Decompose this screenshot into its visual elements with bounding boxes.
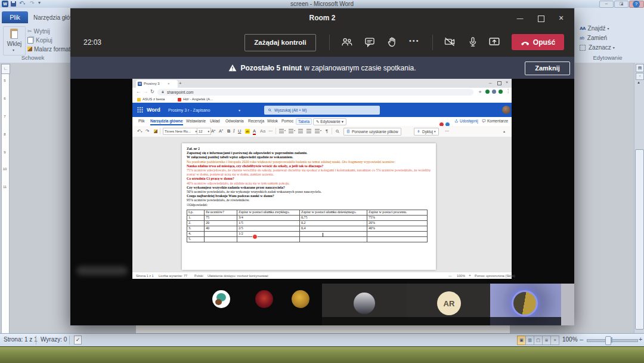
warning-icon [228, 64, 237, 72]
col-ulamek-dziesietny: Zapisz w postaci ułamka dziesiętnego. [300, 210, 367, 215]
view-print-layout-button[interactable]: ▣ [517, 336, 526, 345]
select-label: Zaznacz [589, 44, 611, 51]
col-lp: Lp. [187, 210, 205, 215]
undo-icon[interactable]: ↶▾ [19, 0, 25, 6]
doc-title-dropdown-icon: ▾ [239, 108, 240, 112]
vertical-scrollbar[interactable]: ▤ ▫ ▲ [634, 63, 644, 333]
save-icon[interactable] [11, 1, 16, 7]
request-control-button[interactable]: Zażądaj kontroli [244, 34, 316, 51]
dictate-button: Dyktuj ▾ [414, 128, 439, 136]
view-draft-button[interactable]: ≡ [550, 336, 559, 345]
document-text: Zał. nr 2 Zapoznaj się z informacjami i … [187, 147, 431, 242]
menu-narzedzia-glowne: Narzędzia główne [150, 119, 183, 125]
col-ile-uczniow: Ile uczniów? [205, 210, 237, 215]
spellcheck-icon[interactable]: ✓ [74, 336, 82, 344]
participants-icon[interactable] [341, 36, 353, 48]
leave-label: Opuść [533, 38, 555, 47]
url-text: sharepoint.com [167, 90, 193, 94]
bookmark-star-icon: ★ [478, 90, 482, 94]
tab-narzedzia-glowne[interactable]: Narzędzia głów [33, 14, 74, 21]
participant-avatar[interactable] [292, 290, 309, 308]
help-icon[interactable]: ? [633, 1, 640, 8]
teams-maximize-button[interactable] [532, 11, 549, 26]
ruler-mark: 8 [2, 133, 8, 136]
page-count[interactable]: Strona: 1 z 1 [4, 336, 38, 343]
copy-button[interactable]: Kopiuj [27, 36, 52, 44]
text-cursor [323, 233, 323, 237]
app-launcher-icon [137, 107, 143, 113]
browser-maximize-icon [497, 81, 501, 85]
split-handle-icon[interactable]: ▫ [636, 73, 644, 80]
qat-options-icon[interactable]: ▾ [38, 0, 41, 5]
grow-font-icon: A▴ [211, 128, 215, 134]
raise-hand-icon[interactable] [386, 36, 398, 48]
search-icon [268, 108, 272, 112]
doc-line: 50% uczniów powiedziało, że nie wykonuje… [187, 190, 431, 194]
find-dropdown-icon: ▾ [608, 26, 609, 30]
window-minimize-button[interactable]: – [599, 1, 614, 8]
divider [160, 128, 160, 134]
tab-stop-selector[interactable]: ∟ [1, 64, 10, 74]
chat-icon[interactable] [364, 36, 376, 48]
view-web-button[interactable]: ▢ [534, 336, 543, 345]
select-button[interactable]: Zaznacz ▾ [580, 44, 615, 51]
scrollbar-thumb[interactable] [635, 149, 644, 330]
font-size-box: 12▾ [197, 128, 211, 135]
paste-button[interactable]: Wklej ▾ [3, 26, 26, 56]
ribbon-collapse-icon[interactable]: ▴ [621, 1, 623, 7]
participant-avatar[interactable] [255, 290, 273, 308]
more-options-icon[interactable]: ••• [409, 37, 420, 44]
table-row: 1.753/40,7575% [187, 215, 428, 220]
camera-off-icon[interactable] [443, 36, 456, 48]
font-name-box: Times New Ro...▾ [163, 128, 199, 135]
zoom-level[interactable]: 100% [562, 336, 578, 343]
doc-line: Co utrudnia Ci pracę w domu? [187, 177, 431, 181]
share-arrow-icon [454, 119, 459, 123]
find-label: Znajdź [588, 25, 606, 32]
doc-line: W załączonej poniżej tabeli wpisz odpowi… [187, 155, 431, 159]
tab-plik[interactable]: Plik [2, 11, 28, 23]
word-workspace-left [0, 63, 70, 333]
format-painter-icon [154, 130, 157, 133]
replace-button[interactable]: ab Zamień [580, 34, 607, 42]
view-fullscreen-button[interactable]: ▥ [525, 336, 534, 345]
view-outline-button[interactable]: ≣ [542, 336, 551, 345]
word-count[interactable]: Wyrazy: 0 [41, 336, 67, 343]
document-canvas: Zał. nr 2 Zapoznaj się z informacjami i … [132, 137, 512, 272]
font-name: Times New Ro... [165, 130, 191, 133]
zoom-out-icon[interactable]: – [580, 336, 583, 343]
scroll-up-icon[interactable]: ▲ [637, 81, 640, 84]
meeting-title: Room 2 [309, 14, 335, 22]
redo-icon[interactable]: ↷ [30, 0, 35, 6]
zoom-slider-thumb[interactable] [605, 336, 611, 345]
leave-button[interactable]: Opuść [512, 34, 564, 50]
copy-icon [27, 37, 33, 44]
find-button[interactable]: AA Znajdź ▾ [580, 24, 609, 32]
teams-close-button[interactable]: × [552, 11, 570, 26]
mic-icon[interactable] [467, 35, 479, 48]
banner-bold-text: Pozostało 5 minut [240, 64, 302, 72]
scissors-icon: ✂ [27, 28, 32, 34]
toolbar-overflow-icon: ⋯ [445, 128, 450, 134]
comments-label: Komentarze [487, 119, 508, 123]
participant-avatar[interactable] [212, 290, 230, 308]
divider [275, 128, 276, 134]
profile-avatar-icon [492, 90, 496, 94]
menu-pomoc: Pomoc [281, 119, 293, 123]
banner-close-button[interactable]: Zamknij [525, 61, 570, 75]
ruler-toggle-icon[interactable]: ▤ [636, 64, 644, 72]
zoom-slider-track[interactable] [587, 339, 638, 342]
share-screen-icon[interactable] [488, 35, 501, 48]
wo-accessibility: Ułatwienia dostępu: możesz kontynuować [208, 274, 268, 278]
cut-button[interactable]: ✂ Wytnij [27, 27, 50, 35]
zoom-in-icon[interactable]: + [639, 336, 642, 343]
indent-icon [306, 129, 311, 133]
bookmark-2: Hdr - Angielsk (A... [183, 97, 213, 101]
italic-icon: I [233, 128, 235, 134]
teams-minimize-button[interactable]: — [512, 11, 528, 26]
ruler-mark: 9 [2, 150, 8, 154]
word-ribbon-left: Plik Narzędzia głów Wklej ▾ ✂ Wytnij Kop… [0, 8, 70, 63]
clipboard-group-label: Schowek [0, 54, 66, 61]
copy-label: Kopiuj [36, 37, 52, 44]
tab-title: Prosimy 3 [144, 82, 166, 85]
